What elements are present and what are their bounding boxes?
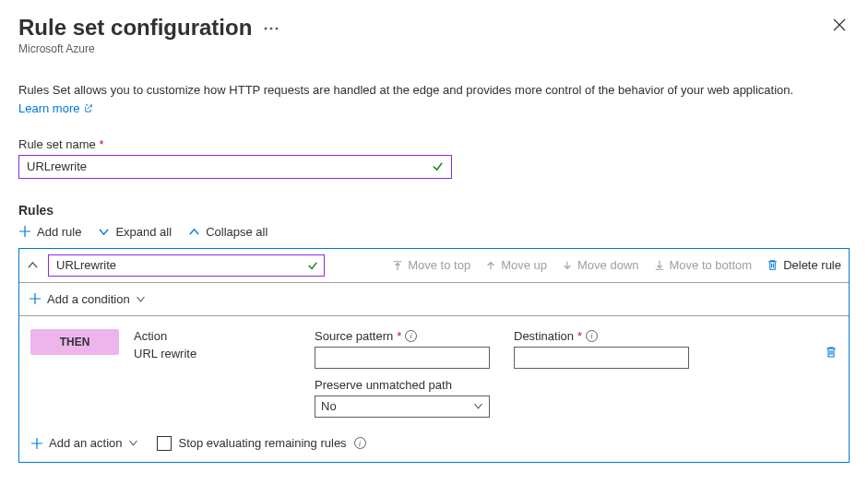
collapse-all-label: Collapse all — [206, 225, 268, 239]
preserve-path-select[interactable]: No — [315, 395, 490, 418]
rule-card: URLrewrite Move to top Move up Move down… — [18, 248, 850, 463]
move-down-button[interactable]: Move down — [562, 258, 638, 272]
trash-icon — [825, 346, 838, 359]
chevron-up-icon — [188, 226, 200, 238]
plus-icon — [18, 225, 31, 238]
ruleset-name-input[interactable]: URLrewrite — [18, 155, 452, 179]
action-value: URL rewrite — [134, 347, 300, 360]
move-to-top-button[interactable]: Move to top — [392, 258, 470, 272]
rules-section-title: Rules — [18, 203, 850, 218]
learn-more-link[interactable]: Learn more — [18, 101, 93, 115]
description-text: Rules Set allows you to customize how HT… — [18, 81, 850, 100]
chevron-down-icon — [98, 226, 110, 238]
stop-evaluating-label: Stop evaluating remaining rules — [179, 436, 347, 450]
close-icon[interactable] — [829, 15, 850, 35]
add-condition-button[interactable]: Add a condition — [29, 292, 146, 306]
preserve-path-value: No — [321, 399, 337, 413]
expand-all-button[interactable]: Expand all — [98, 225, 172, 239]
more-menu-icon[interactable]: ⋯ — [263, 18, 280, 38]
chevron-down-icon — [473, 401, 483, 411]
source-pattern-label: Source pattern * i — [315, 329, 499, 343]
arrow-top-icon — [392, 260, 403, 271]
ruleset-name-label: Rule set name * — [18, 137, 850, 151]
page-title-text: Rule set configuration — [18, 15, 252, 41]
arrow-up-icon — [485, 260, 496, 271]
plus-icon — [29, 292, 42, 305]
info-icon[interactable]: i — [405, 330, 417, 342]
action-label: Action — [134, 329, 300, 343]
page-title: Rule set configuration ⋯ — [18, 15, 280, 41]
check-icon — [307, 260, 318, 271]
arrow-down-icon — [562, 260, 573, 271]
source-pattern-input[interactable] — [315, 347, 490, 369]
chevron-down-icon — [136, 294, 146, 304]
delete-rule-button[interactable]: Delete rule — [767, 258, 841, 272]
learn-more-label: Learn more — [18, 101, 79, 115]
preserve-path-label: Preserve unmatched path — [315, 378, 499, 392]
info-icon[interactable]: i — [354, 437, 366, 449]
then-badge: THEN — [30, 329, 119, 355]
expand-all-label: Expand all — [115, 225, 172, 239]
add-condition-label: Add a condition — [47, 292, 130, 306]
trash-icon — [767, 259, 779, 271]
collapse-rule-icon[interactable] — [27, 259, 39, 271]
page-subtitle: Microsoft Azure — [18, 42, 280, 55]
ruleset-name-value: URLrewrite — [27, 159, 87, 173]
add-rule-label: Add rule — [37, 225, 81, 239]
move-up-button[interactable]: Move up — [485, 258, 547, 272]
destination-label: Destination * i — [514, 329, 698, 343]
chevron-down-icon — [128, 438, 138, 448]
arrow-bottom-icon — [654, 260, 665, 271]
destination-input[interactable] — [514, 347, 689, 369]
plus-icon — [30, 437, 43, 450]
info-icon[interactable]: i — [586, 330, 598, 342]
external-link-icon — [83, 103, 93, 113]
rule-name-value: URLrewrite — [56, 258, 116, 272]
stop-evaluating-checkbox[interactable]: Stop evaluating remaining rules i — [157, 436, 366, 451]
check-icon — [432, 160, 444, 172]
checkbox-icon — [157, 436, 172, 451]
add-action-label: Add an action — [49, 436, 123, 450]
move-to-bottom-button[interactable]: Move to bottom — [654, 258, 753, 272]
add-action-button[interactable]: Add an action — [30, 436, 138, 450]
delete-action-button[interactable] — [825, 329, 838, 359]
collapse-all-button[interactable]: Collapse all — [188, 225, 268, 239]
rule-name-input[interactable]: URLrewrite — [48, 254, 325, 277]
add-rule-button[interactable]: Add rule — [18, 225, 81, 239]
